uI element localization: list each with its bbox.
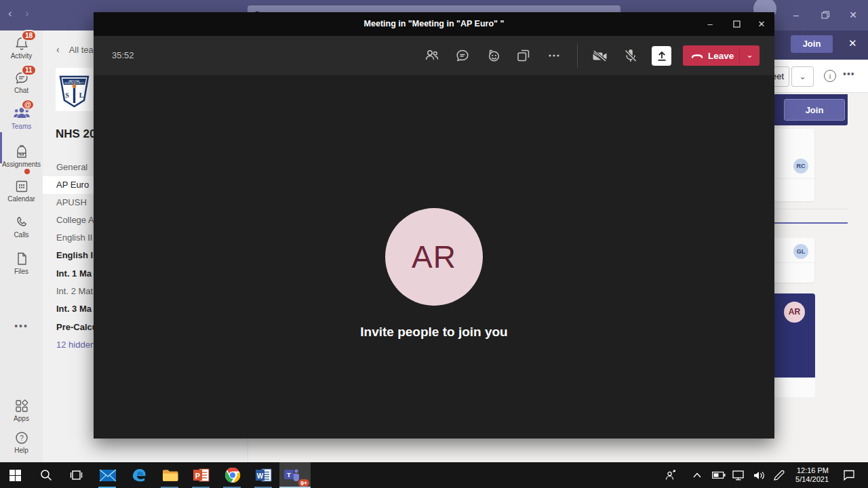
network-icon[interactable]: [730, 462, 749, 488]
meeting-title: Meeting in "Meeting in "AP Euro" ": [94, 12, 774, 36]
svg-text:L: L: [79, 92, 84, 99]
svg-text:P: P: [195, 472, 199, 480]
mail-app-icon[interactable]: [92, 462, 123, 488]
svg-text:S: S: [65, 92, 69, 99]
app-rail: 18 Activity 11 Chat @ Teams Assignments …: [0, 30, 43, 462]
taskbar-clock[interactable]: 12:16 PM 5/14/2021: [787, 462, 829, 488]
teams-taskbar-button[interactable]: T 9+: [279, 462, 311, 488]
chevron-left-icon: ‹: [56, 44, 60, 55]
meet-dropdown-button[interactable]: ⌄: [791, 66, 814, 87]
chat-bubble-icon[interactable]: [448, 36, 477, 75]
chat-badge: 11: [21, 64, 37, 76]
meeting-maximize-icon[interactable]: [729, 18, 744, 31]
clock-date: 5/14/2021: [787, 475, 829, 484]
more-actions-icon[interactable]: [540, 36, 568, 75]
edge-browser-icon[interactable]: [123, 462, 154, 488]
hidden-icons-chevron[interactable]: [688, 462, 707, 488]
chrome-browser-icon[interactable]: [217, 462, 248, 488]
back-icon[interactable]: ‹: [8, 7, 12, 20]
start-button[interactable]: [0, 462, 31, 488]
meeting-timer: 35:52: [112, 36, 134, 75]
banner-top-join-button[interactable]: Join: [791, 35, 833, 53]
taskbar: P W T 9+: [0, 462, 868, 488]
breakout-rooms-icon[interactable]: [509, 36, 538, 75]
people-tray-icon[interactable]: [662, 462, 681, 488]
channel-more-icon[interactable]: •••: [843, 68, 855, 79]
word-icon[interactable]: W: [248, 462, 279, 488]
teams-notification-badge: 9+: [298, 479, 309, 487]
avatar-ar-card: AR: [784, 302, 805, 323]
leave-label: Leave: [708, 51, 734, 61]
taskbar-search-icon[interactable]: [31, 462, 61, 488]
task-view-icon[interactable]: [61, 462, 92, 488]
camera-off-icon[interactable]: [586, 36, 614, 75]
assignments-dot-badge: [24, 169, 30, 174]
svg-text:?: ?: [20, 434, 24, 442]
sidebar-item-calendar[interactable]: Calendar: [0, 178, 43, 203]
leave-button[interactable]: Leave ⌄: [683, 45, 760, 66]
meeting-titlebar[interactable]: Meeting in "Meeting in "AP Euro" " – ✕: [94, 12, 774, 36]
team-name: NHS 20: [56, 127, 96, 141]
banner-inline-join-button[interactable]: Join: [784, 99, 845, 121]
rail-more-icon[interactable]: •••: [0, 321, 43, 331]
all-teams-back[interactable]: ‹All tea: [56, 44, 94, 55]
forward-icon[interactable]: ›: [25, 7, 29, 20]
sidebar-item-activity[interactable]: 18 Activity: [0, 35, 43, 60]
meeting-toolbar: 35:52: [94, 36, 774, 75]
file-explorer-icon[interactable]: [155, 462, 185, 488]
activity-badge: 18: [21, 30, 37, 41]
sidebar-item-chat[interactable]: 11 Chat: [0, 70, 43, 94]
powerpoint-icon[interactable]: P: [186, 462, 216, 488]
sidebar-item-files[interactable]: Files: [0, 251, 43, 275]
meeting-close-icon[interactable]: ✕: [754, 18, 769, 31]
team-logo[interactable]: NATIONAL HONOR SOCIETY S L: [56, 68, 93, 111]
volume-icon[interactable]: [750, 462, 769, 488]
teams-badge: @: [21, 99, 35, 110]
reactions-icon[interactable]: [479, 36, 507, 75]
pen-icon[interactable]: [769, 462, 788, 488]
battery-icon[interactable]: [709, 462, 728, 488]
meeting-avatar: AR: [385, 208, 483, 306]
sidebar-item-apps[interactable]: Apps: [0, 398, 43, 422]
invite-people-text: Invite people to join you: [94, 325, 774, 340]
toolbar-divider: [577, 43, 578, 68]
share-screen-icon[interactable]: [652, 46, 671, 66]
sidebar-item-help[interactable]: ? Help: [0, 430, 43, 454]
svg-text:W: W: [256, 472, 263, 480]
sidebar-item-calls[interactable]: Calls: [0, 214, 43, 239]
sidebar-item-teams[interactable]: @ Teams: [0, 104, 43, 130]
sidebar-item-assignments[interactable]: Assignments: [0, 144, 43, 168]
svg-text:T: T: [287, 471, 291, 479]
app-close-icon[interactable]: ✕: [846, 8, 860, 22]
hangup-icon: [691, 52, 703, 60]
banner-close-icon[interactable]: ✕: [848, 37, 857, 49]
info-icon[interactable]: i: [824, 70, 836, 82]
screen: ‹ › Search – ✕ 18 Activity 11 Chat @: [0, 0, 868, 488]
participants-icon[interactable]: [418, 36, 446, 75]
mic-off-icon[interactable]: [616, 36, 645, 75]
clock-time: 12:16 PM: [787, 466, 829, 475]
avatar-gl: GL: [793, 244, 808, 259]
meeting-minimize-icon[interactable]: –: [703, 18, 717, 31]
app-minimize-icon[interactable]: –: [789, 8, 803, 22]
leave-dropdown-icon[interactable]: ⌄: [740, 45, 760, 66]
avatar-rc: RC: [793, 159, 808, 174]
app-restore-icon[interactable]: [818, 8, 832, 19]
meeting-window: Meeting in "Meeting in "AP Euro" " – ✕ 3…: [94, 12, 774, 439]
action-center-icon[interactable]: [840, 462, 859, 488]
